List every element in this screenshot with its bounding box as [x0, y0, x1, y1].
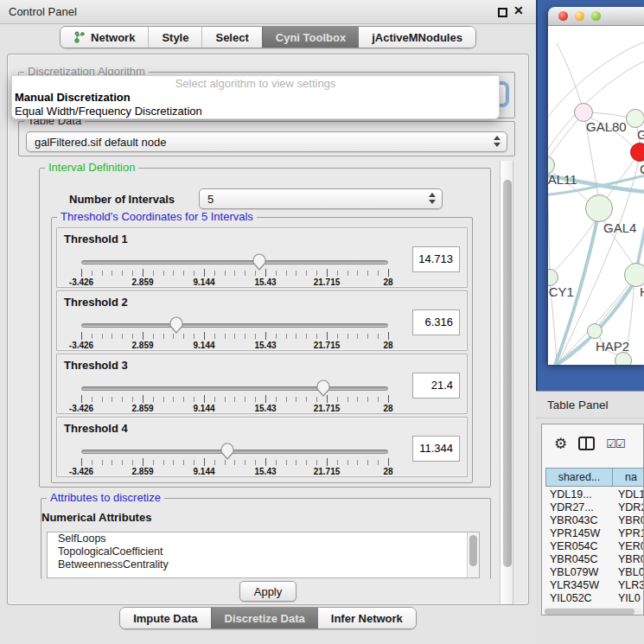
float-window-icon[interactable]	[498, 8, 507, 17]
slider-tick-label: 21.715	[314, 404, 341, 413]
tab-label: Infer Network	[331, 612, 403, 625]
table-row[interactable]: YLR345WYLR3	[545, 579, 644, 592]
slider-tick-label: 28	[383, 467, 392, 476]
tab-style[interactable]: Style	[148, 27, 201, 48]
network-window-titlebar[interactable]	[548, 7, 644, 26]
slider-major-tick	[143, 269, 143, 277]
network-node[interactable]	[615, 352, 632, 365]
column-layout-icon[interactable]	[578, 437, 595, 450]
slider-thumb[interactable]	[316, 379, 331, 398]
dropdown-option[interactable]: Manual Discretization	[12, 91, 499, 105]
network-node[interactable]	[624, 263, 644, 287]
slider-tick-label: 21.715	[314, 341, 341, 350]
threshold-slider[interactable]: -3.4262.8599.14415.4321.71528	[81, 319, 388, 350]
network-canvas[interactable]: GAL80GACGAL11GAL4GCY1HHAP2	[548, 26, 644, 365]
dropdown-options: Manual DiscretizationEqual Width/Frequen…	[12, 91, 499, 118]
table-rows: YDL19...YDL1YDR27...YDR2YBR043CYBR0YPR14…	[545, 488, 644, 605]
scrollbar-thumb[interactable]	[503, 180, 512, 567]
select-columns-icon[interactable]: ☑☑	[606, 437, 624, 450]
tab-select[interactable]: Select	[201, 27, 261, 48]
table-row[interactable]: YER054CYER0	[545, 540, 644, 553]
table-row[interactable]: YBL079WYBL0	[545, 566, 644, 579]
slider-tick-label: 2.859	[131, 277, 153, 287]
num-intervals-combobox[interactable]: 5	[199, 188, 443, 209]
threshold-slider[interactable]: -3.4262.8599.14415.4321.71528	[81, 445, 388, 476]
node-label: GAL11	[548, 172, 577, 187]
slider-track[interactable]	[81, 386, 388, 391]
slider-major-tick	[204, 332, 205, 340]
slider-major-tick	[388, 269, 389, 277]
threshold-label: Threshold 3	[64, 359, 128, 372]
slider-track[interactable]	[81, 260, 388, 265]
combo-stepper-icon[interactable]	[494, 136, 501, 147]
network-node[interactable]	[585, 194, 613, 222]
tab-cyni-toolbox[interactable]: Cyni Toolbox	[262, 27, 359, 48]
mac-minimize-icon[interactable]	[575, 11, 584, 21]
attributes-scrollbar[interactable]	[467, 532, 479, 577]
interval-definition-group: Interval Definition Number of Intervals …	[39, 168, 491, 488]
node-label: C	[640, 162, 644, 176]
threshold-label: Threshold 1	[64, 233, 128, 245]
scrollbar-thumb[interactable]	[545, 609, 634, 615]
threshold-value-input[interactable]: 11.344	[412, 436, 460, 462]
table-panel-title: Table Panel	[547, 399, 609, 411]
slider-thumb[interactable]	[169, 316, 184, 335]
table-row[interactable]: YPR145WYPR1	[545, 527, 644, 540]
close-icon[interactable]: ✕	[513, 3, 524, 17]
table-cell: YBR0	[613, 514, 644, 527]
list-item[interactable]: SelfLoops	[48, 532, 479, 545]
table-row[interactable]: YBR045CYBR0	[545, 553, 644, 566]
slider-major-tick	[265, 395, 266, 403]
table-row[interactable]: YDR27...YDR2	[545, 501, 644, 514]
slider-thumb[interactable]	[220, 443, 235, 461]
table-row[interactable]: YDL19...YDL1	[545, 488, 644, 501]
table-data-combobox[interactable]: galFiltered.sif default node	[26, 131, 507, 152]
threshold-label: Threshold 4	[64, 422, 128, 435]
tab-jactivemnodules[interactable]: jActiveMNodules	[359, 27, 475, 48]
slider-major-tick	[327, 269, 328, 277]
settings-gear-icon[interactable]: ⚙	[554, 437, 567, 451]
numerical-attributes-list[interactable]: SelfLoopsTopologicalCoefficientBetweenne…	[47, 532, 480, 578]
threshold-value-input[interactable]: 21.4	[412, 373, 460, 399]
table-cell: YBR045C	[545, 553, 613, 566]
threshold-value-input[interactable]: 6.316	[412, 309, 460, 335]
combo-stepper-icon[interactable]	[429, 193, 436, 204]
threshold-slider[interactable]: -3.4262.8599.14415.4321.71528	[81, 256, 388, 287]
column-header[interactable]: shared...	[545, 468, 613, 487]
slider-tick-label: 28	[383, 277, 392, 287]
apply-button[interactable]: Apply	[239, 581, 296, 602]
threshold-slider[interactable]: -3.4262.8599.14415.4321.71528	[81, 382, 388, 413]
table-cell: YDR27...	[545, 501, 613, 514]
slider-track[interactable]	[81, 323, 388, 328]
table-cell: YLR345W	[545, 579, 613, 592]
network-node[interactable]	[626, 109, 644, 128]
tab-network[interactable]: Network	[61, 27, 148, 48]
slider-thumb[interactable]	[252, 253, 267, 271]
table-row[interactable]: YBR043CYBR0	[545, 514, 644, 527]
dropdown-option[interactable]: Equal Width/Frequency Discretization	[12, 105, 499, 118]
network-node[interactable]	[587, 323, 603, 339]
control-panel-titlebar: Control Panel ✕	[0, 0, 536, 24]
algorithm-dropdown: Select algorithm to view settings Manual…	[11, 75, 500, 119]
horizontal-scrollbar[interactable]	[544, 608, 642, 615]
slider-major-tick	[327, 332, 328, 340]
slider-tick-label: -3.426	[69, 467, 93, 476]
num-intervals-label: Number of Intervals	[69, 193, 175, 206]
mac-close-icon[interactable]	[558, 11, 568, 21]
network-node[interactable]	[630, 143, 644, 162]
tab-discretize-data[interactable]: Discretize Data	[211, 608, 318, 628]
tab-infer-network[interactable]: Infer Network	[318, 608, 416, 628]
slider-major-tick	[327, 458, 328, 466]
mac-zoom-icon[interactable]	[591, 11, 601, 21]
scrollbar-thumb[interactable]	[469, 535, 477, 566]
tab-impute-data[interactable]: Impute Data	[120, 608, 210, 628]
table-header-row: shared... na	[545, 468, 644, 487]
column-header[interactable]: na	[613, 468, 644, 487]
list-item[interactable]: BetweennessCentrality	[48, 558, 479, 571]
list-item[interactable]: TopologicalCoefficient	[48, 545, 479, 558]
bottom-tab-bar: Impute DataDiscretize DataInfer Network	[0, 607, 536, 629]
cytoscape-desktop: GAL80GACGAL11GAL4GCY1HHAP2	[536, 0, 644, 391]
vertical-scrollbar[interactable]	[500, 161, 513, 604]
table-row[interactable]: YIL052CYIL0	[545, 592, 644, 605]
threshold-value-input[interactable]: 14.713	[412, 246, 460, 272]
